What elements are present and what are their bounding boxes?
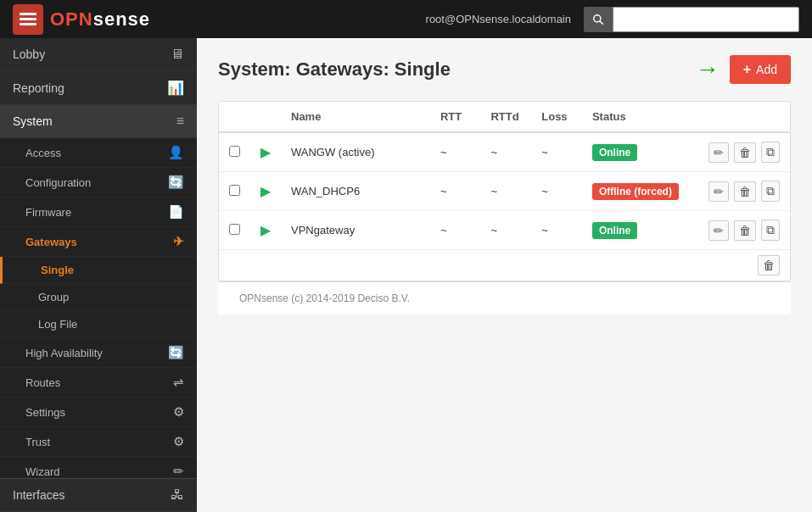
main-content: System: Gateways: Single → + Add Name RT… [197,38,812,512]
row2-checkbox[interactable] [229,185,240,196]
row3-checkbox[interactable] [229,224,240,235]
sidebar-item-single-label: Single [41,264,74,276]
row1-name: WANGW (active) [281,132,430,172]
sidebar-item-settings[interactable]: Settings ⚙ [0,398,197,427]
table-row-extra: 🗑 [219,250,790,281]
row2-delete-icon[interactable]: 🗑 [734,181,756,202]
sidebar-item-settings-label: Settings [25,406,65,419]
col-header-name: Name [281,102,430,132]
sidebar-item-firmware-label: Firmware [25,206,71,219]
row2-status-badge: Offline (forced) [592,183,679,200]
system-icon: ≡ [176,114,184,129]
row1-status-badge: Online [592,144,637,161]
row1-delete-icon[interactable]: 🗑 [734,142,756,163]
sidebar-item-logfile[interactable]: Log File [0,311,197,338]
row3-checkbox-cell[interactable] [219,211,250,250]
sidebar-item-access-label: Access [25,147,61,159]
sidebar-item-access[interactable]: Access 👤 [0,138,197,168]
row1-play-icon[interactable]: ▶ [260,145,271,159]
ha-icon: 🔄 [168,345,184,360]
svg-line-4 [600,20,603,24]
extra-delete-cell: 🗑 [698,250,790,281]
row1-checkbox[interactable] [229,146,240,157]
row1-edit-icon[interactable]: ✏ [708,142,729,163]
search-button[interactable] [584,7,613,32]
col-header-status: Status [582,102,698,132]
row2-name: WAN_DHCP6 [281,172,430,211]
row3-delete-icon[interactable]: 🗑 [734,220,756,241]
add-button[interactable]: + Add [730,55,791,84]
sidebar-item-configuration[interactable]: Configuration 🔄 [0,168,197,198]
row3-edit-icon[interactable]: ✏ [708,220,729,241]
row3-rttd: ~ [480,211,531,250]
logo: OPNsense [13,4,150,35]
wizard-icon: ✏ [173,464,184,479]
sidebar-item-group[interactable]: Group [0,284,197,311]
sidebar-item-system[interactable]: System ≡ [0,105,197,138]
sidebar-item-group-label: Group [38,291,69,303]
logo-icon [13,4,43,35]
row2-rtt: ~ [430,172,480,211]
arrow-right-icon: → [696,56,720,83]
row3-action-icons: ✏ 🗑 ⧉ [708,220,780,241]
sidebar-item-configuration-label: Configuration [25,176,91,189]
row3-name: VPNgateway [281,211,430,250]
col-header-play [250,102,281,132]
sidebar-item-high-availability[interactable]: High Availability 🔄 [0,338,197,368]
doc-icon: 📄 [168,204,184,220]
table-row: ▶ VPNgateway ~ ~ ~ Online ✏ 🗑 [219,211,790,250]
row2-loss: ~ [531,172,582,211]
logo-text: OPNsense [50,8,150,31]
row3-play-cell[interactable]: ▶ [250,211,281,250]
row1-rtt: ~ [430,132,480,172]
row1-rttd: ~ [480,132,531,172]
row1-actions: ✏ 🗑 ⧉ [698,132,790,172]
footer-text: OPNsense (c) 2014-2019 Deciso B.V. [239,292,410,304]
sidebar-item-trust[interactable]: Trust ⚙ [0,427,197,457]
sidebar-item-wizard-label: Wizard [25,465,59,478]
row3-status-badge: Online [592,222,637,239]
row3-actions: ✏ 🗑 ⧉ [698,211,790,250]
empty-cells [219,250,698,281]
row1-play-cell[interactable]: ▶ [250,132,281,172]
page-title: System: Gateways: Single [218,58,696,81]
gateways-table: Name RTT RTTd Loss Status [219,102,790,281]
sidebar-item-gateways-label: Gateways [25,236,77,248]
row1-copy-icon[interactable]: ⧉ [761,142,780,163]
sidebar-item-reporting[interactable]: Reporting 📊 [0,71,197,105]
col-header-rttd: RTTd [480,102,531,132]
row2-checkbox-cell[interactable] [219,172,250,211]
sidebar-item-single[interactable]: Single [0,257,197,284]
sidebar-item-firmware[interactable]: Firmware 📄 [0,198,197,227]
sidebar-item-lobby[interactable]: Lobby 🖥 [0,38,197,71]
row2-copy-icon[interactable]: ⧉ [761,181,780,202]
sidebar-item-interfaces[interactable]: Interfaces 🖧 [0,478,197,512]
row2-play-icon[interactable]: ▶ [260,184,271,198]
interfaces-icon: 🖧 [171,487,184,503]
sidebar-item-routes[interactable]: Routes ⇌ [0,368,197,398]
svg-rect-0 [20,13,36,15]
layout: Lobby 🖥 Reporting 📊 System ≡ Access 👤 Co… [0,38,812,512]
gateways-table-container: Name RTT RTTd Loss Status [218,101,791,281]
search-input[interactable] [613,7,799,32]
row2-rttd: ~ [480,172,531,211]
row2-play-cell[interactable]: ▶ [250,172,281,211]
settings-icon: ⚙ [173,404,184,420]
sidebar-item-gateways[interactable]: Gateways ✈ [0,227,197,257]
row3-copy-icon[interactable]: ⧉ [761,220,780,241]
svg-rect-2 [20,23,36,25]
row1-checkbox-cell[interactable] [219,132,250,172]
row3-play-icon[interactable]: ▶ [260,223,271,237]
row3-loss: ~ [531,211,582,250]
row2-edit-icon[interactable]: ✏ [708,181,729,202]
search-bar [584,7,799,32]
row2-status: Offline (forced) [582,172,698,211]
plane-icon: ✈ [173,234,184,249]
user-icon: 👤 [168,145,184,160]
table-row: ▶ WANGW (active) ~ ~ ~ Online ✏ 🗑 [219,132,790,172]
footer: OPNsense (c) 2014-2019 Deciso B.V. [218,281,791,314]
table-header-row: Name RTT RTTd Loss Status [219,102,790,132]
extra-delete-icon[interactable]: 🗑 [758,255,780,275]
row3-rtt: ~ [430,211,480,250]
sidebar-item-system-label: System [13,114,176,128]
